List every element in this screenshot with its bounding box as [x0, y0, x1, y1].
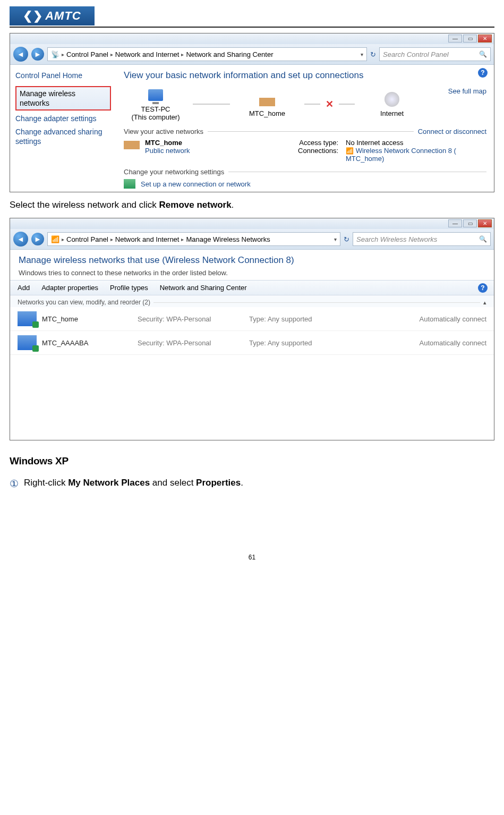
disconnected-icon: ✕: [326, 98, 334, 110]
active-networks-label: View your active networks: [124, 128, 203, 135]
breadcrumb-item[interactable]: Manage Wireless Networks: [186, 235, 270, 243]
doc-header: ❮❯AMTC: [10, 6, 494, 28]
toolbar: Add Adapter properties Profile types Net…: [10, 280, 494, 295]
computer-icon: [148, 89, 163, 101]
network-list-item[interactable]: MTC_home Security: WPA-Personal Type: An…: [10, 307, 494, 331]
map-node-pc: TEST-PC (This computer): [124, 87, 187, 121]
bench-icon: [124, 141, 140, 149]
breadcrumb[interactable]: 📶▸ Control Panel▸ Network and Internet▸ …: [47, 232, 340, 246]
globe-icon: [385, 92, 399, 107]
nav-back-button[interactable]: ◄: [13, 232, 28, 247]
toolbar-adapter-properties[interactable]: Adapter properties: [41, 284, 98, 292]
map-node-internet: Internet: [360, 91, 424, 117]
breadcrumb-item[interactable]: Network and Internet▸: [115, 50, 184, 58]
section-heading-windows-xp: Windows XP: [10, 455, 494, 467]
see-full-map-link[interactable]: See full map: [448, 87, 486, 123]
map-node-router: MTC_home: [235, 91, 299, 117]
breadcrumb-item[interactable]: Control Panel▸: [66, 235, 113, 243]
address-bar: ◄ ► 📡▸ Control Panel▸ Network and Intern…: [10, 44, 494, 65]
sidebar-change-sharing[interactable]: Change advanced sharing settings: [15, 127, 111, 146]
breadcrumb-item[interactable]: Network and Internet▸: [115, 235, 184, 243]
window-titlebar: — ▭ ✕: [10, 218, 494, 229]
minimize-button[interactable]: —: [448, 219, 462, 227]
network-list: MTC_home Security: WPA-Personal Type: An…: [10, 307, 494, 440]
change-settings-label: Change your networking settings: [124, 168, 224, 176]
network-list-item[interactable]: MTC_AAAABA Security: WPA-Personal Type: …: [10, 331, 494, 355]
brand-logo: ❮❯AMTC: [10, 6, 95, 26]
network-group-label: Networks you can view, modify, and reord…: [18, 299, 150, 306]
instruction-text: Select the wireless network and click Re…: [10, 200, 494, 210]
page-number: 61: [10, 554, 494, 561]
signal-icon: 📶: [346, 147, 354, 155]
main-pane: ? View your basic network information an…: [116, 65, 494, 192]
step-1: ① Right-click My Network Places and sele…: [10, 478, 494, 490]
address-bar: ◄ ► 📶▸ Control Panel▸ Network and Intern…: [10, 229, 494, 250]
search-input[interactable]: Search Control Panel🔍: [379, 47, 491, 61]
nav-forward-button[interactable]: ►: [31, 48, 44, 61]
manage-wireless-subtitle: Windows tries to connect to these networ…: [19, 269, 485, 277]
setup-connection-icon: [124, 179, 135, 189]
help-icon[interactable]: ?: [478, 283, 488, 293]
search-input[interactable]: Search Wireless Networks🔍: [353, 232, 491, 246]
control-panel-home-link[interactable]: Control Panel Home: [15, 71, 111, 80]
toolbar-add[interactable]: Add: [18, 284, 30, 292]
sidebar-manage-wireless[interactable]: Manage wireless networks: [15, 86, 111, 111]
maximize-button[interactable]: ▭: [463, 35, 477, 43]
collapse-icon[interactable]: ▴: [483, 299, 486, 306]
toolbar-network-sharing-center[interactable]: Network and Sharing Center: [160, 284, 247, 292]
help-icon[interactable]: ?: [478, 68, 488, 78]
bench-icon: [259, 98, 275, 106]
screenshot-manage-wireless: — ▭ ✕ ◄ ► 📶▸ Control Panel▸ Network and …: [10, 218, 494, 440]
breadcrumb-item[interactable]: Network and Sharing Center: [186, 50, 273, 58]
close-button[interactable]: ✕: [478, 219, 492, 227]
breadcrumb-item[interactable]: Control Panel▸: [66, 50, 113, 58]
sidebar: Control Panel Home Manage wireless netwo…: [10, 65, 116, 192]
refresh-icon[interactable]: ↻: [370, 50, 376, 58]
search-icon: 🔍: [479, 50, 487, 58]
screenshot-network-sharing-center: — ▭ ✕ ◄ ► 📡▸ Control Panel▸ Network and …: [10, 33, 494, 192]
connection-link[interactable]: Wireless Network Connection 8 ( MTC_home…: [346, 147, 456, 163]
network-type-link[interactable]: Public network: [145, 147, 190, 155]
nav-back-button[interactable]: ◄: [13, 47, 28, 62]
active-network-row: MTC_home Public network Access type: Con…: [124, 139, 486, 163]
toolbar-profile-types[interactable]: Profile types: [110, 284, 148, 292]
window-titlebar: — ▭ ✕: [10, 33, 494, 44]
connect-disconnect-link[interactable]: Connect or disconnect: [418, 128, 486, 135]
manage-wireless-title: Manage wireless networks that use (Wirel…: [19, 255, 485, 266]
close-button[interactable]: ✕: [478, 35, 492, 43]
setup-connection-link[interactable]: Set up a new connection or network: [141, 180, 251, 188]
breadcrumb[interactable]: 📡▸ Control Panel▸ Network and Internet▸ …: [47, 47, 367, 61]
network-map: TEST-PC (This computer) MTC_home ✕: [124, 87, 448, 121]
main-title: View your basic network information and …: [124, 70, 486, 81]
sidebar-change-adapter[interactable]: Change adapter settings: [15, 114, 111, 123]
wireless-network-icon: [18, 311, 37, 326]
minimize-button[interactable]: —: [448, 35, 462, 43]
search-icon: 🔍: [479, 235, 487, 243]
maximize-button[interactable]: ▭: [463, 219, 477, 227]
wireless-network-icon: [18, 335, 37, 350]
refresh-icon[interactable]: ↻: [344, 235, 349, 243]
nav-forward-button[interactable]: ►: [31, 233, 44, 245]
step-number-icon: ①: [10, 478, 19, 490]
